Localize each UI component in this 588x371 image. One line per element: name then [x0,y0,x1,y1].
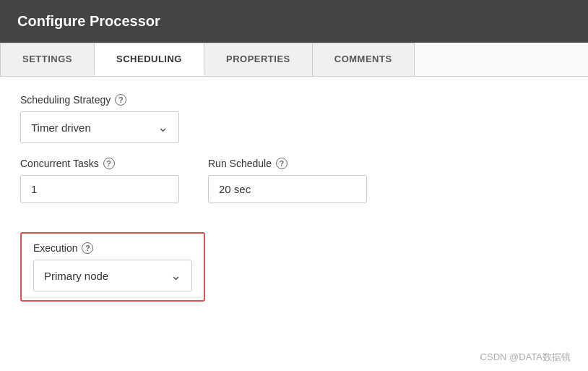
concurrent-tasks-input[interactable] [20,175,179,203]
scheduling-strategy-chevron-icon: ⌄ [157,119,168,135]
concurrent-tasks-label: Concurrent Tasks ? [20,158,179,169]
tab-content: Scheduling Strategy ? Timer driven ⌄ Con… [0,77,588,344]
tab-scheduling[interactable]: SCHEDULING [94,43,204,76]
run-schedule-group: Run Schedule ? [208,158,367,203]
execution-label: Execution ? [33,242,192,254]
run-schedule-help-icon[interactable]: ? [276,158,287,169]
execution-select[interactable]: Primary node ⌄ [33,260,192,291]
scheduling-strategy-select[interactable]: Timer driven ⌄ [20,111,179,143]
tab-comments[interactable]: COMMENTS [312,43,415,76]
run-schedule-label: Run Schedule ? [208,158,367,169]
watermark: CSDN @DATA数据镜 [0,344,588,371]
concurrent-tasks-help-icon[interactable]: ? [103,158,115,169]
concurrent-tasks-group: Concurrent Tasks ? [20,158,179,203]
tab-bar: SETTINGS SCHEDULING PROPERTIES COMMENTS [0,43,588,77]
scheduling-strategy-help-icon[interactable]: ? [115,94,126,106]
dialog-header: Configure Processor [0,0,588,43]
execution-help-icon[interactable]: ? [82,242,93,254]
configure-processor-dialog: Configure Processor SETTINGS SCHEDULING … [0,0,588,371]
execution-chevron-icon: ⌄ [170,268,181,283]
tab-properties[interactable]: PROPERTIES [204,43,313,76]
dialog-title: Configure Processor [17,13,571,30]
tab-settings[interactable]: SETTINGS [0,43,95,76]
concurrent-run-row: Concurrent Tasks ? Run Schedule ? [20,158,568,218]
run-schedule-input[interactable] [208,175,367,203]
scheduling-strategy-value: Timer driven [31,121,91,134]
scheduling-strategy-group: Scheduling Strategy ? Timer driven ⌄ [20,94,568,143]
execution-value: Primary node [44,270,108,282]
execution-box: Execution ? Primary node ⌄ [20,232,205,302]
scheduling-strategy-label: Scheduling Strategy ? [20,94,568,106]
